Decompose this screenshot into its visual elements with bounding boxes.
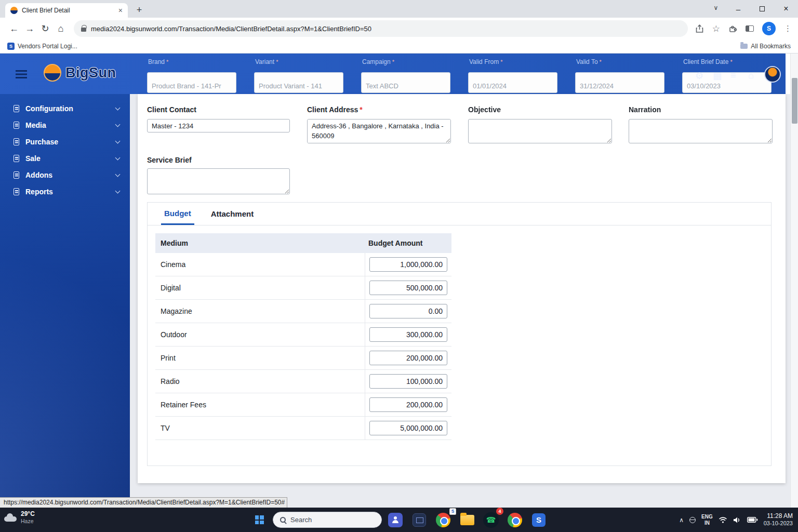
client-address-label: Client Address <box>307 105 358 114</box>
hamburger-menu-icon[interactable] <box>16 70 27 72</box>
sidebar-item-sale[interactable]: Sale <box>0 150 130 167</box>
scrollbar-thumb[interactable] <box>792 78 797 124</box>
side-panel-icon[interactable] <box>746 25 754 32</box>
budget-panel: Budget Attachment Medium Budget Amount C… <box>147 202 772 466</box>
sidebar-item-configuration[interactable]: Configuration <box>0 100 130 117</box>
taskbar-weather-widget[interactable]: 29°C Haze <box>4 510 35 525</box>
brand-input[interactable] <box>147 72 236 93</box>
sidebar-item-label: Configuration <box>25 104 73 113</box>
medium-cell: Retainer Fees <box>155 393 365 416</box>
s-app-icon: S <box>532 513 546 527</box>
all-bookmarks-button[interactable]: All Bookmarks <box>740 43 791 50</box>
sidebar-item-purchase[interactable]: Purchase <box>0 134 130 150</box>
window-maximize-button[interactable] <box>750 0 774 18</box>
address-bar[interactable]: media2024.bigsunworld.com/Transaction/Me… <box>74 20 688 37</box>
sidebar-item-media[interactable]: Media <box>0 117 130 134</box>
browser-app-button[interactable] <box>504 510 525 530</box>
hidden-icons-chevron-icon[interactable]: ∧ <box>679 516 684 524</box>
toolbar-actions: ☆ S ⋮ <box>695 22 792 35</box>
tab-search-icon[interactable]: ∨ <box>710 4 722 15</box>
browser-icon <box>508 513 522 527</box>
bookmark-item[interactable]: S Vendors Portal Logi... <box>7 43 77 50</box>
table-row: Cinema <box>155 253 451 276</box>
taskbar: 29°C Haze Search S ☎ 4 <box>0 508 798 532</box>
tab-budget[interactable]: Budget <box>161 203 194 225</box>
user-avatar[interactable] <box>764 66 781 83</box>
browser-home-icon[interactable]: ⌂ <box>53 23 69 34</box>
browser-profile-avatar[interactable]: S <box>762 22 776 35</box>
objective-textarea[interactable] <box>468 119 612 143</box>
file-explorer-button[interactable] <box>457 510 477 530</box>
report-grid-icon[interactable]: ▦ <box>713 70 722 82</box>
reload-icon[interactable]: ↻ <box>37 23 53 34</box>
medium-cell: Radio <box>155 370 365 393</box>
required-marker: * <box>276 59 278 65</box>
chrome-app-button[interactable]: S <box>433 510 454 530</box>
client-brief-date-label: Client Brief Date <box>683 58 728 65</box>
budget-amount-input[interactable] <box>369 327 447 342</box>
bigsun-logo-icon <box>44 64 61 82</box>
bookmark-star-icon[interactable]: ☆ <box>712 23 720 34</box>
client-brief-card: Client Contact Client Address* Address-3… <box>138 94 786 483</box>
chrome-icon <box>436 513 450 527</box>
back-icon[interactable]: ← <box>6 23 22 34</box>
budget-amount-input[interactable] <box>369 304 447 318</box>
client-address-textarea[interactable]: Address-36 , Bangalore , Karnataka , Ind… <box>307 119 451 143</box>
chevron-down-icon <box>115 122 121 127</box>
browser-menu-icon[interactable]: ⋮ <box>784 24 792 33</box>
start-button[interactable] <box>249 510 270 530</box>
tab-attachment[interactable]: Attachment <box>208 203 257 225</box>
app-logo: BigSun <box>44 64 116 82</box>
client-contact-input[interactable] <box>147 119 290 132</box>
window-close-button[interactable]: × <box>774 0 798 18</box>
sidebar-item-reports[interactable]: Reports <box>0 183 130 200</box>
browser-tab[interactable]: Client Brief Detail × <box>5 3 128 18</box>
window-minimize-button[interactable]: – <box>726 0 750 18</box>
taskbar-search[interactable]: Search <box>273 512 382 528</box>
valid-from-label: Valid From <box>469 58 499 65</box>
main-content: Client Contact Client Address* Address-3… <box>130 94 798 508</box>
sidebar-item-addons[interactable]: Addons <box>0 167 130 183</box>
narration-textarea[interactable] <box>629 119 773 143</box>
teams-app-button[interactable] <box>385 510 406 530</box>
vertical-scrollbar[interactable] <box>790 54 798 508</box>
budget-amount-input[interactable] <box>369 397 447 412</box>
lock-icon[interactable] <box>81 28 86 32</box>
extensions-icon[interactable] <box>728 24 737 33</box>
chevron-down-icon <box>115 138 121 143</box>
share-icon[interactable] <box>695 24 704 33</box>
whatsapp-icon: ☎ <box>483 512 499 528</box>
s-app-button[interactable]: S <box>528 510 549 530</box>
app-button[interactable] <box>409 510 430 530</box>
language-indicator[interactable]: ENG IN <box>701 514 713 526</box>
volume-icon[interactable] <box>733 516 741 524</box>
required-marker: * <box>392 59 394 65</box>
valid-from-input[interactable] <box>468 72 557 93</box>
valid-to-input[interactable] <box>575 72 664 93</box>
medium-cell: Outdoor <box>155 323 365 346</box>
tab-close-icon[interactable]: × <box>118 7 123 14</box>
variant-input[interactable] <box>254 72 343 93</box>
bookmarks-folder-icon <box>740 44 748 49</box>
forward-icon[interactable]: → <box>22 23 37 34</box>
clock-widget[interactable]: 11:28 AM 03-10-2023 <box>764 512 793 527</box>
budget-amount-input[interactable] <box>369 257 447 272</box>
new-tab-button[interactable]: + <box>133 4 145 17</box>
battery-icon[interactable] <box>747 517 758 523</box>
whatsapp-button[interactable]: ☎ 4 <box>481 510 501 530</box>
list-menu-icon[interactable]: ≡ <box>730 70 736 81</box>
required-marker: * <box>360 105 362 114</box>
service-brief-textarea[interactable] <box>147 168 290 194</box>
tray-network-globe-icon[interactable] <box>689 517 696 523</box>
budget-amount-input[interactable] <box>369 374 447 389</box>
tray-date: 03-10-2023 <box>764 520 793 527</box>
campaign-input[interactable] <box>361 72 450 93</box>
tab-title: Client Brief Detail <box>22 7 114 14</box>
budget-amount-input[interactable] <box>369 281 447 295</box>
wifi-icon[interactable] <box>719 516 727 523</box>
url-text[interactable]: media2024.bigsunworld.com/Transaction/Me… <box>91 25 371 33</box>
budget-amount-input[interactable] <box>369 351 447 365</box>
settings-gear-icon[interactable]: ⚙ <box>695 70 703 82</box>
app-home-icon[interactable]: ⌂ <box>748 70 754 81</box>
budget-amount-input[interactable] <box>369 421 447 435</box>
